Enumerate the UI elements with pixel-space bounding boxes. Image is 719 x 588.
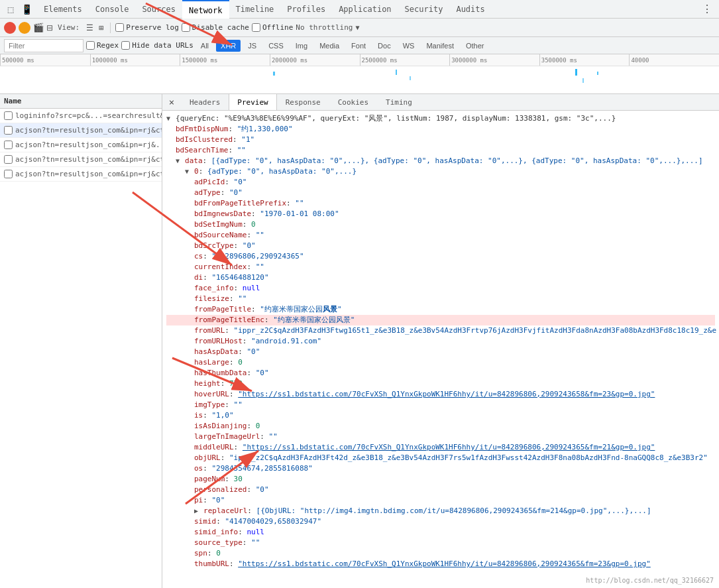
item-url: acjson?tn=resultjson_com&ipn=rj&... bbox=[15, 141, 162, 149]
json-line-38: simid: "4147004029,658032947" bbox=[166, 516, 715, 527]
list-view-icon[interactable]: ☰ bbox=[84, 22, 95, 34]
json-line-40: source_type: "" bbox=[166, 538, 715, 548]
json-line-1: bdFmtDispNum: "约1,330,000" bbox=[166, 124, 715, 135]
json-line-6: adPicId: "0" bbox=[166, 177, 715, 188]
offline-label[interactable]: Offline bbox=[252, 23, 293, 32]
more-options-icon[interactable]: ⋮ bbox=[698, 3, 716, 15]
filter-doc[interactable]: Doc bbox=[373, 40, 396, 52]
tab-timeline[interactable]: Timeline bbox=[229, 0, 281, 19]
preserve-log-checkbox[interactable] bbox=[115, 23, 124, 32]
offline-checkbox[interactable] bbox=[252, 23, 260, 32]
filter-media[interactable]: Media bbox=[315, 40, 344, 52]
item-checkbox[interactable] bbox=[4, 111, 13, 120]
json-line-12: bdSrcType: "0" bbox=[166, 241, 715, 251]
tab-security[interactable]: Security bbox=[398, 0, 450, 19]
filter-css[interactable]: CSS bbox=[264, 40, 288, 52]
json-line-20: fromURL: "ippr_z2C$qAzdH3FAzdH3Ftwg165t1… bbox=[166, 325, 715, 336]
filter-ws[interactable]: WS bbox=[398, 40, 419, 52]
filter-other[interactable]: Other bbox=[461, 40, 489, 52]
device-icon[interactable]: 📱 bbox=[19, 1, 34, 17]
list-item[interactable]: logininfo?src=pc&...=searchresult&... bbox=[0, 109, 162, 123]
regex-checkbox[interactable] bbox=[86, 41, 95, 50]
item-url: acjson?tn=resultjson_com&ipn=rj&ct=... bbox=[15, 126, 162, 135]
tab-network[interactable]: Network bbox=[182, 0, 229, 19]
filter-toggle[interactable]: ⊟ bbox=[46, 23, 53, 32]
json-line-33: os: "2984354674,2855816088" bbox=[166, 463, 715, 474]
list-item[interactable]: acjson?tn=resultjson_com&ipn=rj&ct=... bbox=[0, 123, 162, 138]
json-line-36: pi: "0" bbox=[166, 495, 715, 506]
tick-8: 40000 bbox=[629, 54, 719, 66]
item-checkbox[interactable] bbox=[4, 141, 13, 149]
close-button[interactable]: × bbox=[166, 97, 177, 107]
json-line-10: bdSetImgNum: 0 bbox=[166, 219, 715, 230]
json-line-21: fromURLHost: "android.91.com" bbox=[166, 336, 715, 347]
tab-profiles[interactable]: Profiles bbox=[280, 0, 332, 19]
list-item[interactable]: acjson?tn=resultjson_com&ipn=rj&ct=... bbox=[0, 167, 162, 182]
list-item[interactable]: acjson?tn=resultjson_com&ipn=rj&... bbox=[0, 138, 162, 152]
hide-data-urls-label[interactable]: Hide data URLs bbox=[121, 41, 194, 50]
json-line-13: cs: "842896806,290924365" bbox=[166, 251, 715, 262]
preserve-log-label[interactable]: Preserve log bbox=[115, 23, 178, 32]
json-line-7: adType: "0" bbox=[166, 188, 715, 198]
tab-timing[interactable]: Timing bbox=[377, 94, 421, 110]
clear-button[interactable]: 🎬 bbox=[33, 23, 44, 32]
detail-panel: × Headers Preview Response Cookies Timin… bbox=[162, 94, 719, 588]
disable-cache-label[interactable]: Disable cache bbox=[182, 23, 249, 32]
waterfall-bar-5 bbox=[582, 78, 584, 83]
tab-cookies[interactable]: Cookies bbox=[329, 94, 377, 110]
throttle-dropdown[interactable]: No throttling bbox=[296, 23, 353, 32]
filter-all[interactable]: All bbox=[196, 40, 213, 52]
item-checkbox[interactable] bbox=[4, 170, 13, 178]
disable-cache-checkbox[interactable] bbox=[182, 23, 190, 32]
tick-5: 2500000 ms bbox=[360, 54, 450, 66]
inspect-icon[interactable]: ⬚ bbox=[3, 1, 19, 17]
filter-xhr[interactable]: XHR bbox=[216, 40, 241, 52]
request-list-header: Name bbox=[0, 94, 162, 109]
tab-console[interactable]: Console bbox=[89, 0, 136, 19]
network-toolbar: 🎬 ⊟ View: ☰ ⊞ Preserve log Disable cache… bbox=[0, 19, 719, 37]
json-line-23: hasLarge: 0 bbox=[166, 357, 715, 368]
hide-data-urls-checkbox[interactable] bbox=[121, 41, 130, 50]
tab-response[interactable]: Response bbox=[277, 94, 329, 110]
item-url: acjson?tn=resultjson_com&ipn=rj&ct=... bbox=[15, 155, 162, 164]
json-line-0: ▼ {queryEnc: "%E9%A3%8E%E6%99%AF", query… bbox=[166, 113, 715, 124]
filter-img[interactable]: Img bbox=[291, 40, 312, 52]
json-line-28: is: "1,0" bbox=[166, 410, 715, 421]
filter-js[interactable]: JS bbox=[243, 40, 261, 52]
filter-input[interactable] bbox=[4, 39, 83, 52]
item-checkbox[interactable] bbox=[4, 126, 13, 135]
json-line-8: bdFromPageTitlePrefix: "" bbox=[166, 198, 715, 209]
item-checkbox[interactable] bbox=[4, 155, 13, 164]
json-line-27: imgType: "" bbox=[166, 400, 715, 410]
json-line-24: hasThumbData: "0" bbox=[166, 368, 715, 379]
throttle-arrow[interactable]: ▼ bbox=[355, 24, 359, 31]
json-line-32: objURL: "ippr_z2C$qAzdH3FAzdH3Ft42d_z&e3… bbox=[166, 453, 715, 463]
tab-application[interactable]: Application bbox=[332, 0, 398, 19]
json-line-5: ▼ 0: {adType: "0", hasAspData: "0",...} bbox=[166, 166, 715, 177]
tab-headers[interactable]: Headers bbox=[181, 94, 229, 110]
filter-manifest[interactable]: Manifest bbox=[421, 40, 459, 52]
main-content: Name logininfo?src=pc&...=searchresult&.… bbox=[0, 94, 719, 588]
json-line-19: fromPageTitleEnc: "约塞米蒂国家公园风景" bbox=[166, 315, 715, 325]
json-line-30: largeTnImageUrl: "" bbox=[166, 432, 715, 442]
json-line-11: bdSourceName: "" bbox=[166, 230, 715, 241]
tab-sources[interactable]: Sources bbox=[135, 0, 182, 19]
stop-button[interactable] bbox=[19, 22, 30, 34]
large-view-icon[interactable]: ⊞ bbox=[97, 22, 105, 34]
tab-audits[interactable]: Audits bbox=[449, 0, 491, 19]
json-line-15: di: "16546488120" bbox=[166, 272, 715, 283]
record-button[interactable] bbox=[4, 22, 16, 34]
timeline-waterfall bbox=[0, 66, 719, 94]
tab-elements[interactable]: Elements bbox=[37, 0, 89, 19]
waterfall-bar-1 bbox=[273, 72, 275, 76]
json-line-17: filesize: "" bbox=[166, 294, 715, 304]
filter-bar: Regex Hide data URLs All XHR JS CSS Img … bbox=[0, 37, 719, 54]
json-line-42: thumbURL: "https://ss1.bdstatic.com/70cF… bbox=[166, 559, 715, 569]
json-line-22: hasAspData: "0" bbox=[166, 347, 715, 357]
json-view[interactable]: ▼ {queryEnc: "%E9%A3%8E%E6%99%AF", query… bbox=[162, 111, 719, 588]
regex-label[interactable]: Regex bbox=[86, 41, 119, 50]
list-item[interactable]: acjson?tn=resultjson_com&ipn=rj&ct=... bbox=[0, 152, 162, 167]
waterfall-bar-4 bbox=[575, 69, 577, 76]
tab-preview[interactable]: Preview bbox=[229, 94, 276, 110]
filter-font[interactable]: Font bbox=[347, 40, 370, 52]
